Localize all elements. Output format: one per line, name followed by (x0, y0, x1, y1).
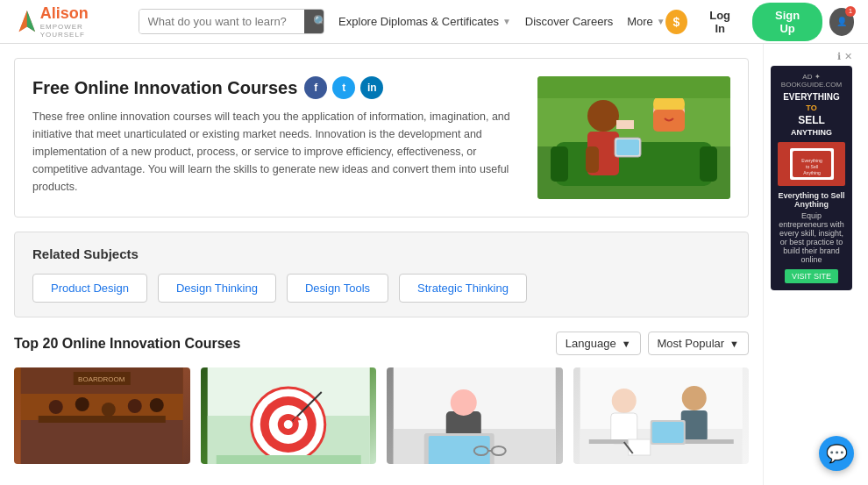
search-input[interactable] (139, 10, 304, 33)
chevron-down-icon: ▼ (502, 17, 511, 26)
hero-text: Free Online Innovation Courses f t in Th… (32, 76, 523, 199)
course-thumb-1[interactable]: BOARDROOM (14, 367, 190, 464)
ad-box: AD ✦ BOOKGUIDE.COM EVERYTHING TO SELL AN… (771, 66, 852, 290)
related-subjects-section: Related Subjects Product Design Design T… (14, 232, 749, 317)
logo-name: Alison (40, 4, 125, 23)
svg-point-21 (49, 400, 63, 414)
alison-logo-icon (14, 8, 40, 36)
login-button[interactable]: Log In (694, 4, 745, 40)
language-chevron-icon: ▼ (622, 339, 631, 349)
ad-tagline: Equip entrepreneurs with every skill, in… (778, 211, 845, 264)
svg-text:BOARDROOM: BOARDROOM (78, 375, 125, 383)
svg-rect-6 (551, 146, 568, 182)
linkedin-icon[interactable]: in (360, 76, 383, 99)
search-icon: 🔍 (313, 15, 325, 28)
twitter-icon[interactable]: t (332, 76, 355, 99)
course-thumb-4[interactable] (573, 367, 750, 464)
nav-more[interactable]: More ▼ (627, 15, 665, 28)
logo[interactable]: Alison EMPOWER YOURSELF (14, 4, 125, 39)
related-pill-product-design[interactable]: Product Design (32, 274, 147, 303)
popular-chevron-icon: ▼ (729, 339, 739, 349)
ad-info-icon[interactable]: ℹ (837, 51, 841, 62)
svg-rect-44 (429, 436, 490, 464)
nav-careers[interactable]: Discover Careers (525, 15, 613, 28)
ad-subtitle: AD ✦ BOOKGUIDE.COM (778, 73, 845, 89)
thumb-4-image (573, 367, 750, 464)
svg-rect-20 (39, 416, 166, 423)
ad-close-icon[interactable]: ✕ (844, 51, 852, 62)
related-subjects-title: Related Subjects (32, 246, 730, 261)
svg-text:Everything: Everything (801, 158, 822, 163)
ad-headline-sell: SELL (778, 114, 845, 126)
nav-explore[interactable]: Explore Diplomas & Certificates ▼ (338, 15, 511, 28)
popularity-filter[interactable]: Most Popular ▼ (648, 332, 749, 355)
thumb-2-image (201, 367, 377, 464)
avatar-button[interactable]: 👤 1 (829, 8, 854, 36)
nav-links: Explore Diplomas & Certificates ▼ Discov… (338, 15, 665, 28)
svg-marker-1 (19, 11, 27, 32)
language-filter[interactable]: Language ▼ (556, 332, 641, 355)
social-icons: f t in (304, 76, 383, 99)
svg-point-8 (587, 100, 619, 132)
signup-button[interactable]: Sign Up (752, 3, 822, 41)
svg-point-42 (451, 389, 477, 416)
svg-point-52 (681, 386, 706, 410)
logo-tagline: EMPOWER YOURSELF (40, 23, 125, 39)
svg-point-35 (283, 420, 292, 429)
courses-title: Top 20 Online Innovation Courses (14, 336, 240, 352)
notification-badge: 1 (845, 6, 856, 17)
thumb-1-image: BOARDROOM (14, 367, 190, 464)
related-pills: Product Design Design Thinking Design To… (32, 274, 730, 303)
svg-rect-10 (586, 146, 599, 173)
header: Alison EMPOWER YOURSELF 🔍 Explore Diplom… (0, 0, 868, 44)
svg-rect-19 (21, 420, 183, 464)
hero-section: Free Online Innovation Courses f t in Th… (14, 58, 749, 218)
ad-controls: ℹ ✕ (771, 51, 852, 62)
courses-header: Top 20 Online Innovation Courses Languag… (14, 332, 749, 355)
ad-headline-part1: EVERYTHING (778, 92, 845, 102)
svg-point-23 (102, 403, 116, 417)
svg-rect-17 (537, 76, 730, 98)
ad-book-title: Everything to Sell Anything (778, 191, 845, 209)
svg-rect-7 (700, 146, 717, 182)
coin-icon[interactable]: $ (665, 10, 687, 34)
svg-text:to Sell: to Sell (806, 164, 818, 169)
courses-section: Top 20 Online Innovation Courses Languag… (14, 332, 749, 464)
svg-rect-12 (616, 139, 639, 155)
ad-panel: ℹ ✕ AD ✦ BOOKGUIDE.COM EVERYTHING TO SEL… (763, 44, 859, 485)
logo-text: Alison EMPOWER YOURSELF (40, 4, 125, 39)
svg-point-25 (150, 398, 164, 412)
hero-image (537, 76, 730, 199)
svg-rect-38 (216, 455, 360, 464)
course-thumb-3[interactable] (387, 367, 563, 464)
svg-point-22 (75, 397, 89, 411)
thumb-3-image (387, 367, 563, 464)
svg-point-24 (128, 399, 142, 413)
ad-headline-to: TO (778, 103, 845, 112)
avatar-icon: 👤 (836, 17, 847, 26)
hero-title: Free Online Innovation Courses f t in (32, 76, 523, 99)
hero-description: These free online innovation courses wil… (32, 108, 523, 196)
main-container: Free Online Innovation Courses f t in Th… (0, 44, 868, 485)
related-pill-strategic-thinking[interactable]: Strategic Thinking (399, 274, 527, 303)
related-pill-design-thinking[interactable]: Design Thinking (158, 274, 276, 303)
chat-bubble[interactable]: 💬 (819, 436, 854, 471)
svg-rect-56 (651, 422, 683, 443)
ad-image: Everything to Sell Anything (778, 142, 845, 186)
course-thumb-2[interactable] (201, 367, 377, 464)
search-bar: 🔍 (139, 9, 325, 34)
content-area: Free Online Innovation Courses f t in Th… (0, 44, 763, 485)
search-button[interactable]: 🔍 (304, 10, 325, 33)
chevron-down-icon-more: ▼ (657, 17, 665, 26)
ad-book-svg: Everything to Sell Anything (786, 146, 838, 182)
svg-rect-14 (616, 120, 634, 129)
ad-headline-anything: ANYTHING (778, 128, 845, 137)
related-pill-design-tools[interactable]: Design Tools (287, 274, 388, 303)
chat-icon: 💬 (826, 443, 848, 464)
hero-image-svg (537, 76, 730, 199)
course-thumbnails: BOARDROOM (14, 367, 749, 464)
header-right: $ Log In Sign Up 👤 1 (665, 3, 854, 41)
ad-cta-button[interactable]: VISIT SITE (785, 269, 838, 283)
svg-point-50 (611, 389, 636, 413)
facebook-icon[interactable]: f (304, 76, 327, 99)
